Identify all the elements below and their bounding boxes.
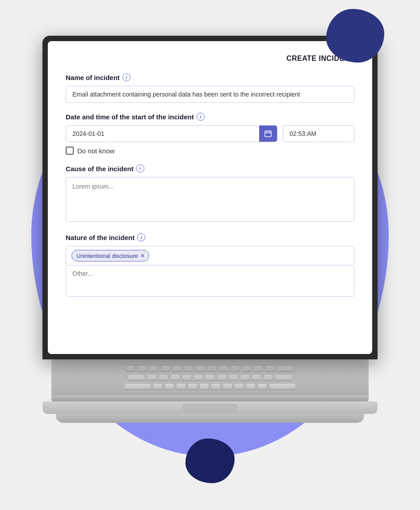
keyboard: [51, 359, 369, 395]
key: [160, 365, 170, 371]
touchpad: [183, 404, 237, 411]
top-right-blob: [326, 9, 384, 63]
key: [265, 365, 275, 371]
incident-name-label: Name of incident i: [66, 73, 354, 81]
key: [153, 383, 163, 389]
key: [147, 374, 157, 380]
date-input-wrap: [66, 125, 277, 142]
key: [199, 383, 209, 389]
tag-label: Unintentional disclosure: [76, 253, 138, 259]
svg-rect-0: [265, 131, 271, 137]
unintentional-disclosure-tag: Unintentional disclosure ×: [71, 250, 149, 261]
key: [149, 365, 159, 371]
key: [252, 374, 261, 380]
key: [277, 365, 294, 371]
date-input[interactable]: [66, 126, 259, 142]
screen-content: CREATE INCIDENT Name of incident i Date …: [48, 41, 372, 354]
form-title: CREATE INCIDENT: [66, 55, 354, 63]
incident-name-group: Name of incident i: [66, 73, 354, 103]
key: [126, 365, 135, 371]
key-row-3: [60, 383, 360, 389]
key: [217, 374, 227, 380]
time-input-wrap: [283, 125, 354, 142]
scene: CREATE INCIDENT Name of incident i Date …: [0, 0, 420, 510]
other-textarea[interactable]: [66, 266, 354, 297]
do-not-know-label: Do not know: [77, 147, 114, 155]
key: [253, 365, 263, 371]
do-not-know-checkbox[interactable]: [66, 147, 74, 155]
date-time-row: [66, 125, 354, 142]
calendar-button[interactable]: [259, 126, 277, 142]
key: [172, 365, 182, 371]
key: [234, 383, 244, 389]
laptop-base: [42, 401, 378, 414]
laptop-bottom: [56, 414, 364, 423]
key: [257, 383, 267, 389]
tag-remove-button[interactable]: ×: [141, 252, 144, 259]
key: [218, 365, 228, 371]
nature-info-icon[interactable]: i: [137, 233, 145, 241]
cause-group: Cause of the incident i: [66, 164, 354, 223]
date-time-label: Date and time of the start of the incide…: [66, 113, 354, 121]
laptop: CREATE INCIDENT Name of incident i Date …: [42, 36, 378, 423]
key: [164, 383, 174, 389]
time-input[interactable]: [283, 126, 354, 142]
cause-label: Cause of the incident i: [66, 164, 354, 173]
key: [127, 374, 145, 380]
key-row-1: [60, 365, 360, 371]
key: [170, 374, 180, 380]
laptop-screen: CREATE INCIDENT Name of incident i Date …: [42, 36, 378, 359]
key: [230, 365, 240, 371]
key: [263, 374, 273, 380]
nature-group: Nature of the incident i Unintentional d…: [66, 233, 354, 299]
key: [228, 374, 238, 380]
key: [195, 365, 205, 371]
date-time-group: Date and time of the start of the incide…: [66, 113, 354, 155]
key: [207, 365, 217, 371]
form-container: CREATE INCIDENT Name of incident i Date …: [48, 41, 372, 354]
key: [205, 374, 215, 380]
key: [193, 374, 203, 380]
key: [176, 383, 186, 389]
key: [246, 383, 256, 389]
nature-label: Nature of the incident i: [66, 233, 354, 241]
key: [240, 374, 250, 380]
bottom-blob: [185, 438, 235, 483]
key: [242, 365, 252, 371]
key: [211, 383, 221, 389]
key: [182, 374, 192, 380]
do-not-know-row: Do not know: [66, 147, 354, 155]
incident-name-info-icon[interactable]: i: [122, 73, 130, 81]
incident-name-input[interactable]: [66, 86, 354, 103]
key: [184, 365, 193, 371]
key: [275, 374, 293, 380]
key: [269, 383, 296, 389]
laptop-hinge: [51, 395, 369, 401]
key: [223, 383, 232, 389]
key: [124, 383, 151, 389]
key: [137, 365, 147, 371]
nature-tags-container[interactable]: Unintentional disclosure ×: [66, 246, 354, 266]
key: [159, 374, 168, 380]
cause-textarea[interactable]: [66, 177, 354, 222]
key: [188, 383, 197, 389]
key-row-2: [60, 374, 360, 380]
cause-info-icon[interactable]: i: [136, 164, 144, 173]
date-time-info-icon[interactable]: i: [197, 113, 205, 121]
